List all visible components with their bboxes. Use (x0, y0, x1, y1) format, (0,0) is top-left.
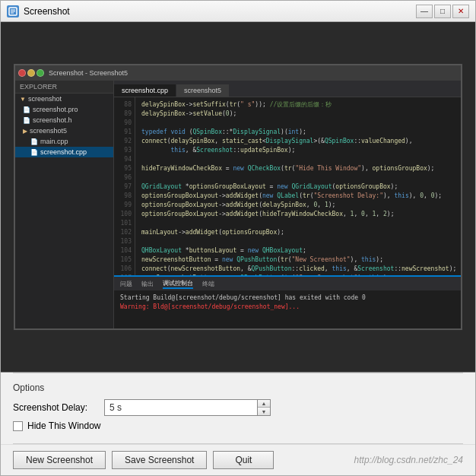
tab-debug-console[interactable]: 调试控制台 (163, 279, 193, 289)
screenshot-preview: Screenshot - Screenshot5 EXPLORER ▼ scre… (1, 22, 475, 373)
code-line (141, 173, 455, 182)
sidebar-item-cpp: 📄 screenshot.cpp (15, 147, 113, 157)
code-line: optionsGroupBoxLayout->addWidget(hideTra… (141, 210, 455, 219)
code-line: this, &Screenshot::updateSpinBox); (141, 146, 455, 155)
sidebar-item-pro: 📄 screenshot.pro (15, 104, 113, 115)
ide-sidebar-project: ▼ screenshot (15, 94, 113, 104)
main-content: Screenshot - Screenshot5 EXPLORER ▼ scre… (1, 22, 475, 475)
ide-bottom-tabs: 问题 输出 调试控制台 终端 (114, 277, 461, 290)
spinner-box: ▲ ▼ (257, 400, 270, 415)
code-line (141, 119, 455, 128)
screenshot-inner: Screenshot - Screenshot5 EXPLORER ▼ scre… (14, 64, 462, 330)
window-title: Screenshot (24, 6, 416, 17)
code-line: hideTrayWindowCheckBox = new QCheckBox(t… (141, 164, 455, 173)
code-line: optionsGroupBoxLayout->addWidget(delaySp… (141, 201, 455, 210)
code-line: newScreenshotButton = new QPushButton(tr… (141, 255, 455, 265)
ide-sidebar-header: EXPLORER (15, 81, 113, 94)
terminal-content: Starting Build@[screenshot/debug/screens… (114, 290, 461, 315)
delay-input[interactable] (105, 400, 257, 415)
options-title: Options (13, 382, 463, 393)
ide-tabs: screenshot.cpp screenshot5 (114, 81, 461, 97)
spinner-up-button[interactable]: ▲ (258, 400, 270, 408)
hide-window-row: Hide This Window (13, 420, 463, 431)
sidebar-item-folder: ▶ screenshot5 (15, 125, 113, 136)
code-line (141, 219, 455, 228)
ide-code-area: screenshot.cpp screenshot5 88 89 90 91 9… (114, 81, 461, 328)
main-window: Screenshot — □ ✕ Screenshot - Screenshot… (0, 0, 476, 476)
tab-output[interactable]: 输出 (141, 280, 154, 288)
options-section: Options Screenshot Delay: ▲ ▼ Hide This … (1, 373, 475, 443)
screenshot-taskbar: ⊞ e 📁 Screenshot 🔊 🌐 ⚡ (15, 328, 461, 330)
tab-screenshot-cpp[interactable]: screenshot.cpp (114, 84, 176, 97)
tab-screenshot5[interactable]: screenshot5 (176, 84, 230, 97)
code-line: optionsGroupBoxLayout->addWidget(new QLa… (141, 192, 455, 201)
ide-btn-maximize (36, 69, 44, 77)
terminal-line: Starting Build@[screenshot/debug/screens… (120, 294, 455, 303)
ide-bottom-panel: 问题 输出 调试控制台 终端 Starting Build@[screensho… (114, 275, 461, 328)
code-line: QGridLayout *optionsGroupBoxLayout = new… (141, 182, 455, 192)
hide-window-checkbox[interactable] (13, 421, 23, 431)
spinner-down-button[interactable]: ▼ (258, 408, 270, 415)
delay-input-wrapper: ▲ ▼ (104, 399, 271, 416)
code-line: typedef void (QSpinBox::*DisplaySignal)(… (141, 128, 455, 137)
window-icon (7, 5, 19, 17)
title-bar: Screenshot — □ ✕ (1, 1, 475, 22)
ide-layout: EXPLORER ▼ screenshot 📄 screenshot.pro 📄… (15, 81, 461, 328)
code-line: connect(newScreenshotButton, &QPushButto… (141, 265, 455, 274)
watermark-text: http://blog.csdn.net/zhc_24 (354, 455, 463, 465)
ide-title: Screenshot - Screenshot5 (49, 69, 128, 77)
hide-window-label: Hide This Window (27, 420, 100, 431)
tab-terminal[interactable]: 终端 (202, 280, 214, 288)
close-button[interactable]: ✕ (452, 5, 469, 18)
ide-topbar: Screenshot - Screenshot5 (15, 65, 461, 81)
ide-sidebar: EXPLORER ▼ screenshot 📄 screenshot.pro 📄… (15, 81, 114, 328)
maximize-button[interactable]: □ (434, 5, 451, 18)
save-screenshot-button[interactable]: Save Screenshot (112, 451, 207, 469)
code-line: mainLayout->addWidget(optionsGroupBox); (141, 228, 455, 237)
button-bar: New Screenshot Save Screenshot Quit http… (1, 444, 475, 475)
minimize-button[interactable]: — (416, 5, 433, 18)
code-line (141, 155, 455, 164)
code-line: connect(delaySpinBox, static_cast<Displa… (141, 137, 455, 146)
tab-problems[interactable]: 问题 (120, 280, 132, 288)
ide-btn-minimize (27, 69, 35, 77)
code-line (141, 237, 455, 246)
terminal-error-line: Warning: Bld@[screenshot/debug/screensho… (120, 303, 455, 312)
sidebar-item-main: 📄 main.cpp (15, 136, 113, 147)
delay-row: Screenshot Delay: ▲ ▼ (13, 399, 463, 416)
ide-btn-close (18, 69, 26, 77)
code-line: delaySpinBox->setValue(0); (141, 109, 455, 119)
code-line: delaySpinBox->setSuffix(tr(" s")); //设置后… (141, 100, 455, 109)
code-line: QHBoxLayout *buttonsLayout = new QHBoxLa… (141, 246, 455, 255)
sidebar-item-h: 📄 screenshot.h (15, 115, 113, 125)
quit-button[interactable]: Quit (213, 451, 274, 469)
delay-label: Screenshot Delay: (13, 402, 104, 413)
window-controls: — □ ✕ (416, 5, 469, 18)
new-screenshot-button[interactable]: New Screenshot (13, 451, 106, 469)
